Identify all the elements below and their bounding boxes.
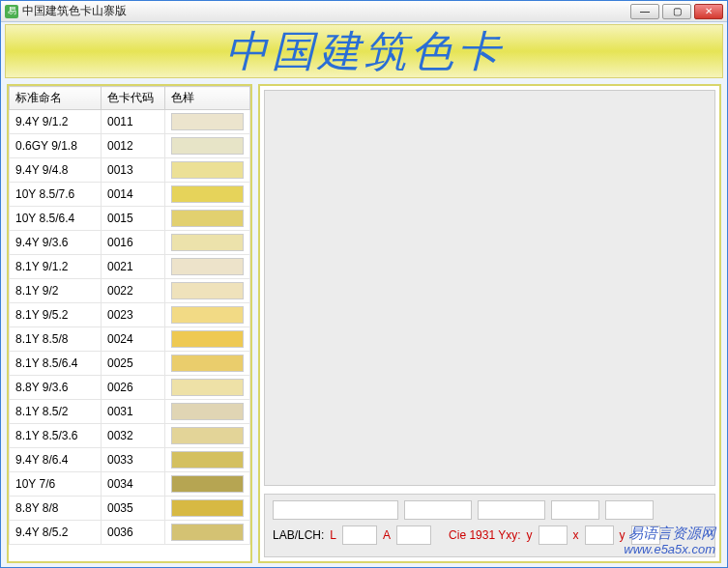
cell-code: 0023: [102, 303, 165, 327]
cell-swatch: [165, 183, 250, 207]
cell-swatch: [165, 110, 250, 134]
color-preview: [264, 90, 715, 486]
window-title: 中国建筑色卡山寨版: [22, 3, 630, 19]
cell-swatch: [165, 472, 250, 497]
field-4[interactable]: [551, 500, 599, 520]
table-row[interactable]: 10Y 7/60034: [10, 472, 250, 497]
banner-title: 中国建筑色卡: [225, 23, 504, 80]
table-row[interactable]: 9.4Y 9/4.80013: [10, 158, 250, 183]
minimize-button[interactable]: —: [630, 4, 659, 19]
cell-code: 0031: [102, 400, 165, 424]
cell-code: 0011: [102, 110, 165, 134]
cell-swatch: [165, 231, 250, 255]
table-row[interactable]: 8.1Y 9/5.20023: [10, 303, 250, 327]
maximize-button[interactable]: ▢: [662, 4, 691, 19]
cell-swatch: [165, 424, 250, 448]
table-row[interactable]: 9.4Y 8/5.20036: [10, 521, 250, 545]
cell-name: 8.1Y 8.5/6.4: [10, 352, 102, 376]
table-row[interactable]: 8.1Y 9/20022: [10, 279, 250, 303]
cell-code: 0012: [102, 134, 165, 158]
cell-code: 0033: [102, 448, 165, 472]
cell-name: 9.4Y 9/1.2: [10, 110, 102, 134]
table-row[interactable]: 9.4Y 9/3.60016: [10, 231, 250, 255]
table-row[interactable]: 9.4Y 8/6.40033: [10, 448, 250, 472]
cell-swatch: [165, 303, 250, 327]
table-row[interactable]: 8.1Y 9/1.20021: [10, 255, 250, 279]
cell-swatch: [165, 376, 250, 400]
cell-name: 10Y 7/6: [10, 472, 102, 497]
table-row[interactable]: 8.1Y 8.5/3.60032: [10, 424, 250, 448]
cell-swatch: [165, 134, 250, 158]
color-table-scroll[interactable]: 标准命名 色卡代码 色样 9.4Y 9/1.200110.6GY 9/1.800…: [9, 86, 250, 561]
cell-swatch: [165, 158, 250, 183]
cell-name: 8.1Y 9/1.2: [10, 255, 102, 279]
field-2[interactable]: [404, 500, 472, 520]
cell-swatch: [165, 255, 250, 279]
input-y1[interactable]: [539, 525, 568, 545]
table-row[interactable]: 8.1Y 8.5/80024: [10, 327, 250, 352]
input-y2[interactable]: [631, 525, 660, 545]
table-row[interactable]: 8.8Y 8/80035: [10, 497, 250, 521]
close-button[interactable]: ✕: [694, 4, 723, 19]
cell-code: 0036: [102, 521, 165, 545]
cell-code: 0022: [102, 279, 165, 303]
field-1[interactable]: [273, 500, 398, 520]
content-area: 标准命名 色卡代码 色样 9.4Y 9/1.200110.6GY 9/1.800…: [1, 80, 727, 567]
input-L[interactable]: [342, 525, 377, 545]
cell-code: 0016: [102, 231, 165, 255]
cell-code: 0013: [102, 158, 165, 183]
cell-name: 9.4Y 8/5.2: [10, 521, 102, 545]
titlebar: 易 中国建筑色卡山寨版 — ▢ ✕: [1, 1, 727, 22]
table-row[interactable]: 8.1Y 8.5/6.40025: [10, 352, 250, 376]
cell-code: 0026: [102, 376, 165, 400]
color-table: 标准命名 色卡代码 色样 9.4Y 9/1.200110.6GY 9/1.800…: [9, 86, 250, 545]
table-row[interactable]: 10Y 8.5/6.40015: [10, 207, 250, 231]
header-banner: 中国建筑色卡: [5, 24, 723, 78]
label-y2: y: [620, 528, 626, 542]
window-controls: — ▢ ✕: [630, 4, 723, 19]
cell-swatch: [165, 497, 250, 521]
col-swatch[interactable]: 色样: [165, 87, 250, 110]
field-5[interactable]: [605, 500, 654, 520]
cell-name: 8.1Y 8.5/2: [10, 400, 102, 424]
detail-panel: LAB/LCH: L A Cie 1931 Yxy: y x y: [258, 84, 721, 563]
cell-name: 9.4Y 9/4.8: [10, 158, 102, 183]
cell-name: 10Y 8.5/7.6: [10, 183, 102, 207]
input-A[interactable]: [396, 525, 431, 545]
app-window: 易 中国建筑色卡山寨版 — ▢ ✕ 中国建筑色卡 标准命名 色卡代码 色样: [0, 0, 728, 568]
cell-swatch: [165, 327, 250, 352]
input-x[interactable]: [585, 525, 614, 545]
cell-name: 8.8Y 9/3.6: [10, 376, 102, 400]
info-row-lab: LAB/LCH: L A Cie 1931 Yxy: y x y: [273, 525, 707, 545]
cell-name: 8.1Y 9/2: [10, 279, 102, 303]
cie-label: Cie 1931 Yxy:: [449, 528, 521, 542]
table-row[interactable]: 8.8Y 9/3.60026: [10, 376, 250, 400]
cell-code: 0032: [102, 424, 165, 448]
app-icon: 易: [5, 5, 18, 18]
cell-swatch: [165, 352, 250, 376]
col-code[interactable]: 色卡代码: [102, 87, 165, 110]
table-row[interactable]: 8.1Y 8.5/20031: [10, 400, 250, 424]
table-row[interactable]: 9.4Y 9/1.20011: [10, 110, 250, 134]
cell-name: 8.1Y 8.5/3.6: [10, 424, 102, 448]
cell-name: 9.4Y 8/6.4: [10, 448, 102, 472]
info-row-top: [273, 500, 707, 520]
cell-name: 8.1Y 8.5/8: [10, 327, 102, 352]
cell-code: 0034: [102, 472, 165, 497]
cell-name: 10Y 8.5/6.4: [10, 207, 102, 231]
table-row[interactable]: 0.6GY 9/1.80012: [10, 134, 250, 158]
label-y1: y: [527, 528, 533, 542]
table-header-row: 标准命名 色卡代码 色样: [10, 87, 250, 110]
color-list-panel: 标准命名 色卡代码 色样 9.4Y 9/1.200110.6GY 9/1.800…: [7, 84, 252, 563]
field-3[interactable]: [478, 500, 545, 520]
label-x: x: [573, 528, 579, 542]
cell-name: 8.1Y 9/5.2: [10, 303, 102, 327]
cell-code: 0025: [102, 352, 165, 376]
cell-name: 9.4Y 9/3.6: [10, 231, 102, 255]
label-L: L: [330, 528, 336, 542]
cell-code: 0015: [102, 207, 165, 231]
table-row[interactable]: 10Y 8.5/7.60014: [10, 183, 250, 207]
col-name[interactable]: 标准命名: [10, 87, 102, 110]
cell-swatch: [165, 448, 250, 472]
lablch-label: LAB/LCH:: [273, 528, 324, 542]
